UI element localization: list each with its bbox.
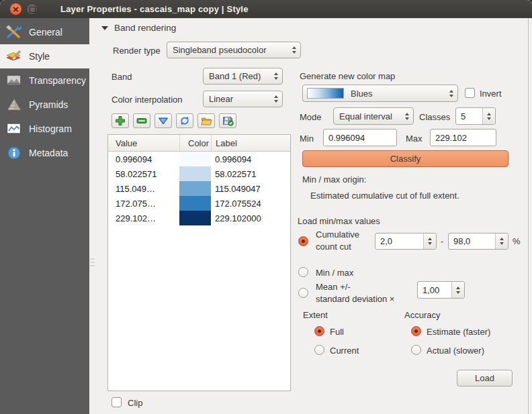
load-button[interactable]: Load [457,370,513,386]
minmax-origin-label: Min / max origin: [302,174,366,185]
color-swatch[interactable] [179,166,211,181]
label-cell[interactable]: 0.996094 [211,152,290,166]
pyramids-icon [5,97,23,112]
band-select[interactable]: Band 1 (Red) [203,68,283,85]
mode-select[interactable]: Equal interval [333,107,414,125]
value-cell[interactable]: 172.075… [108,196,179,211]
label-cell[interactable]: 229.102000 [211,211,290,225]
sidebar-item-transparency[interactable]: Transparency [0,68,89,93]
classes-label: Classes [419,112,450,122]
accuracy-label: Accuracy [404,310,440,320]
sidebar-item-pyramids[interactable]: Pyramids [0,93,89,117]
color-swatch[interactable] [179,211,211,225]
extent-current-radio[interactable] [314,345,324,355]
minmax-radio[interactable] [298,267,308,277]
color-swatch[interactable] [179,196,211,211]
value-cell[interactable]: 115.049… [108,181,179,196]
table-row[interactable]: 0.996094 0.996094 [108,152,290,166]
accuracy-estimate-radio[interactable] [411,326,421,336]
spinner-buttons-icon[interactable] [423,234,436,249]
layer-properties-dialog: Layer Properties - cascais_map copy | St… [0,0,532,414]
close-icon[interactable] [9,3,22,15]
value-cell[interactable]: 0.996094 [108,152,179,166]
clip-checkbox[interactable] [112,397,122,407]
invert-checkbox[interactable] [465,88,475,98]
band-value: Band 1 (Red) [209,71,261,81]
cumulative-to-value: 98,0 [449,234,495,249]
mean-stddev-radio[interactable] [298,288,308,298]
colormap-select[interactable]: Blues [302,85,458,102]
tools-icon [5,25,23,40]
extent-full-radio[interactable] [314,326,324,336]
label-cell[interactable]: 115.049047 [211,181,290,196]
max-label: Max [406,134,423,144]
collapse-arrow-icon[interactable] [101,26,108,30]
color-interpolation-select[interactable]: Linear [203,91,283,107]
sidebar: General Style Transparency [0,18,89,414]
remove-entry-icon [136,115,147,126]
colormap-table[interactable]: Value Color Label 0.996094 0.996094 58.0… [107,134,291,391]
header-value[interactable]: Value [108,135,180,151]
color-interpolation-value: Linear [209,94,233,104]
sort-button[interactable] [154,113,172,128]
sidebar-item-histogram[interactable]: Histogram [0,117,89,141]
mean-label-line2: standard deviation × [316,294,394,304]
table-row[interactable]: 115.049… 115.049047 [108,181,290,196]
refresh-icon [179,115,190,126]
value-cell[interactable]: 58.022571 [108,166,179,181]
range-dash: - [441,236,443,246]
min-label: Min [300,134,314,144]
spinner-buttons-icon[interactable] [495,234,508,249]
accuracy-actual-radio[interactable] [411,345,421,355]
render-type-value: Singleband pseudocolor [173,45,267,55]
load-minmax-section-label: Load min/max values [298,216,380,226]
value-cell[interactable]: 229.102… [108,211,179,225]
sidebar-item-metadata[interactable]: Metadata [0,141,89,165]
table-row[interactable]: 229.102… 229.102000 [108,211,290,225]
sidebar-item-label: Transparency [29,75,86,86]
sidebar-item-label: Pyramids [29,99,68,110]
open-folder-icon [201,115,212,126]
remove-entry-button[interactable] [133,113,150,128]
table-row[interactable]: 58.022571 58.022571 [108,166,290,181]
sidebar-item-style[interactable]: Style [0,44,89,68]
spinner-buttons-icon[interactable] [451,282,464,298]
load-from-band-button[interactable] [176,113,193,128]
sidebar-item-general[interactable]: General [0,20,89,44]
spinner-arrows-icon [274,91,278,107]
titlebar[interactable]: Layer Properties - cascais_map copy | St… [0,0,532,18]
color-interpolation-label: Color interpolation [112,95,183,105]
open-file-button[interactable] [197,113,215,128]
render-type-select[interactable]: Singleband pseudocolor [167,42,301,58]
label-cell[interactable]: 58.022571 [211,166,290,181]
info-icon [5,146,23,160]
classes-spinbox[interactable]: 5 [455,107,496,125]
max-input[interactable]: 229.102 [430,129,496,146]
table-row[interactable]: 172.075… 172.075524 [108,196,290,211]
classify-button[interactable]: Classify [302,150,508,167]
render-type-label: Render type [113,46,161,56]
label-cell[interactable]: 172.075524 [211,196,290,211]
color-swatch[interactable] [179,152,211,166]
mode-value: Equal interval [339,111,392,121]
spinner-buttons-icon[interactable] [482,108,495,124]
add-entry-button[interactable] [112,113,129,128]
cumulative-to-spinbox[interactable]: 98,0 [448,233,508,250]
stddev-spinbox[interactable]: 1,00 [417,281,465,299]
cumulative-label-line1: Cumulative [316,229,359,240]
save-file-button[interactable] [219,113,236,128]
header-color[interactable]: Color [180,135,212,151]
cumulative-from-spinbox[interactable]: 2,0 [375,233,437,250]
splitter-handle[interactable] [90,258,95,268]
band-rendering-title: Band rendering [114,23,176,33]
colormap-value: Blues [351,89,373,99]
cumulative-count-cut-radio[interactable] [298,236,308,246]
color-swatch[interactable] [179,181,211,196]
unmaximize-icon[interactable] [26,3,38,15]
header-label[interactable]: Label [212,135,290,151]
percent-sign: % [513,236,521,246]
paintbrush-icon [5,49,23,64]
mean-label-line1: Mean +/- [316,282,351,292]
min-input[interactable]: 0.996094 [323,129,397,146]
max-value: 229.102 [435,133,467,143]
